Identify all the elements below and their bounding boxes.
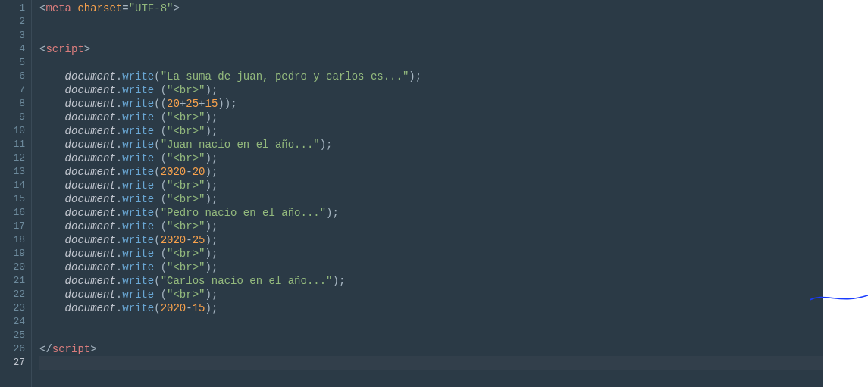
line-number: 9 (0, 111, 31, 124)
cursor (39, 357, 39, 369)
line-number: 15 (0, 192, 31, 206)
code-line[interactable]: document.write ("<br>"); (39, 111, 823, 124)
line-number: 25 (0, 329, 31, 342)
line-number: 17 (0, 220, 31, 233)
right-margin (823, 0, 868, 387)
code-line[interactable] (39, 356, 823, 370)
line-number: 27 (0, 356, 31, 370)
line-number: 18 (0, 233, 31, 247)
line-number: 8 (0, 97, 31, 111)
code-line[interactable]: document.write ("<br>"); (39, 83, 823, 97)
code-line[interactable]: document.write ("<br>"); (39, 151, 823, 165)
code-line[interactable]: <script> (39, 42, 823, 56)
code-line[interactable]: document.write(2020-25); (39, 233, 823, 247)
line-number: 1 (0, 2, 31, 15)
code-line[interactable]: document.write ("<br>"); (39, 288, 823, 301)
code-line[interactable]: document.write("Juan nacio en el año..."… (39, 138, 823, 151)
code-line[interactable] (39, 315, 823, 329)
code-line[interactable] (39, 56, 823, 70)
code-line[interactable] (39, 329, 823, 342)
code-editor[interactable]: 1234567891011121314151617181920212223242… (0, 0, 823, 387)
code-line[interactable]: document.write ("<br>"); (39, 247, 823, 261)
line-number: 26 (0, 342, 31, 356)
line-number: 20 (0, 261, 31, 274)
line-number: 16 (0, 206, 31, 220)
code-line[interactable]: <meta charset="UTF-8"> (39, 2, 823, 15)
line-number: 6 (0, 70, 31, 83)
line-number: 4 (0, 42, 31, 56)
code-line[interactable]: document.write ("<br>"); (39, 261, 823, 274)
line-number: 3 (0, 29, 31, 42)
line-number: 7 (0, 83, 31, 97)
annotation-squiggle (810, 291, 868, 306)
code-line[interactable]: document.write ("<br>"); (39, 124, 823, 138)
line-number: 5 (0, 56, 31, 70)
line-number: 23 (0, 301, 31, 315)
line-number: 22 (0, 288, 31, 301)
line-number: 21 (0, 274, 31, 288)
code-line[interactable]: document.write ("<br>"); (39, 220, 823, 233)
line-number-gutter: 1234567891011121314151617181920212223242… (0, 0, 32, 387)
code-line[interactable]: </script> (39, 342, 823, 356)
code-line[interactable] (39, 29, 823, 42)
code-line[interactable]: document.write(2020-20); (39, 165, 823, 179)
line-number: 10 (0, 124, 31, 138)
line-number: 12 (0, 151, 31, 165)
line-number: 14 (0, 179, 31, 192)
code-line[interactable]: document.write ("<br>"); (39, 192, 823, 206)
line-number: 13 (0, 165, 31, 179)
code-line[interactable]: document.write ("<br>"); (39, 179, 823, 192)
code-line[interactable] (39, 15, 823, 29)
code-line[interactable]: document.write("Pedro nacio en el año...… (39, 206, 823, 220)
code-line[interactable]: document.write(2020-15); (39, 301, 823, 315)
code-line[interactable]: document.write((20+25+15)); (39, 97, 823, 111)
line-number: 24 (0, 315, 31, 329)
code-line[interactable]: document.write("La suma de juan, pedro y… (39, 70, 823, 83)
code-line[interactable]: document.write("Carlos nacio en el año..… (39, 274, 823, 288)
code-area[interactable]: <meta charset="UTF-8"><script> document.… (32, 0, 823, 387)
line-number: 2 (0, 15, 31, 29)
line-number: 11 (0, 138, 31, 151)
line-number: 19 (0, 247, 31, 261)
